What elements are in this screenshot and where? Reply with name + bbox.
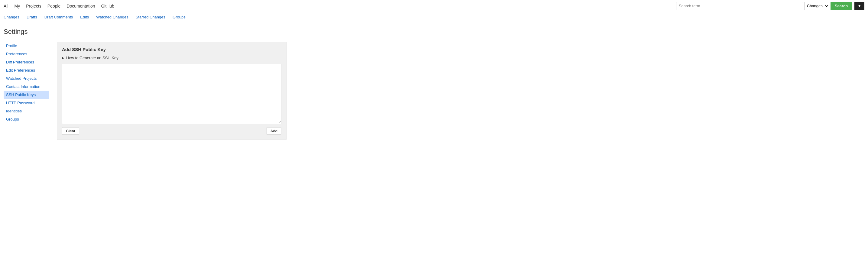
ssh-card-title: Add SSH Public Key	[62, 47, 281, 52]
left-section: Settings ProfilePreferencesDiff Preferen…	[4, 28, 864, 140]
sidebar: ProfilePreferencesDiff PreferencesEdit P…	[4, 42, 52, 140]
sub-nav-tab-changes[interactable]: Changes	[4, 12, 19, 23]
sub-nav-tab-watched-changes[interactable]: Watched Changes	[96, 12, 128, 23]
sub-nav-tab-starred-changes[interactable]: Starred Changes	[136, 12, 165, 23]
page-content: Settings ProfilePreferencesDiff Preferen…	[0, 23, 868, 145]
top-nav-links: AllMyProjectsPeopleDocumentationGitHub	[4, 4, 676, 8]
search-area: Changes Search ▼	[676, 2, 864, 10]
top-nav: AllMyProjectsPeopleDocumentationGitHub C…	[0, 0, 868, 12]
ssh-buttons: Clear Add	[62, 127, 281, 135]
sidebar-item-http-password[interactable]: HTTP Password	[4, 99, 49, 107]
sidebar-item-diff-preferences[interactable]: Diff Preferences	[4, 58, 49, 66]
sub-nav-tab-drafts[interactable]: Drafts	[27, 12, 37, 23]
top-nav-all[interactable]: All	[4, 4, 8, 8]
sidebar-item-preferences[interactable]: Preferences	[4, 50, 49, 58]
page-title: Settings	[4, 28, 864, 36]
sidebar-item-edit-preferences[interactable]: Edit Preferences	[4, 66, 49, 74]
search-type-select[interactable]: Changes	[804, 2, 829, 10]
top-nav-people[interactable]: People	[48, 4, 61, 8]
how-to-summary[interactable]: How to Generate an SSH Key	[62, 56, 281, 60]
top-nav-projects[interactable]: Projects	[26, 4, 41, 8]
sub-nav-tab-edits[interactable]: Edits	[80, 12, 89, 23]
ssh-card: Add SSH Public Key How to Generate an SS…	[57, 42, 286, 140]
sidebar-item-groups[interactable]: Groups	[4, 115, 49, 123]
ssh-key-textarea[interactable]	[62, 64, 281, 124]
main-area: Add SSH Public Key How to Generate an SS…	[57, 42, 864, 140]
how-to-details[interactable]: How to Generate an SSH Key	[62, 56, 281, 60]
sidebar-item-watched-projects[interactable]: Watched Projects	[4, 74, 49, 83]
search-button[interactable]: Search	[831, 2, 852, 10]
sidebar-item-identities[interactable]: Identities	[4, 107, 49, 115]
top-nav-documentation[interactable]: Documentation	[66, 4, 95, 8]
user-menu-button[interactable]: ▼	[855, 2, 864, 10]
sidebar-item-contact-information[interactable]: Contact Information	[4, 83, 49, 91]
top-nav-github[interactable]: GitHub	[101, 4, 115, 8]
clear-button[interactable]: Clear	[62, 127, 79, 135]
sub-nav-tab-draft-comments[interactable]: Draft Comments	[44, 12, 73, 23]
sub-nav: ChangesDraftsDraft CommentsEditsWatched …	[0, 12, 868, 23]
sub-nav-tab-groups[interactable]: Groups	[173, 12, 186, 23]
top-nav-my[interactable]: My	[14, 4, 20, 8]
sidebar-item-profile[interactable]: Profile	[4, 42, 49, 50]
add-button[interactable]: Add	[267, 127, 281, 135]
search-input[interactable]	[676, 2, 803, 10]
sidebar-item-ssh-public-keys[interactable]: SSH Public Keys	[4, 91, 49, 99]
